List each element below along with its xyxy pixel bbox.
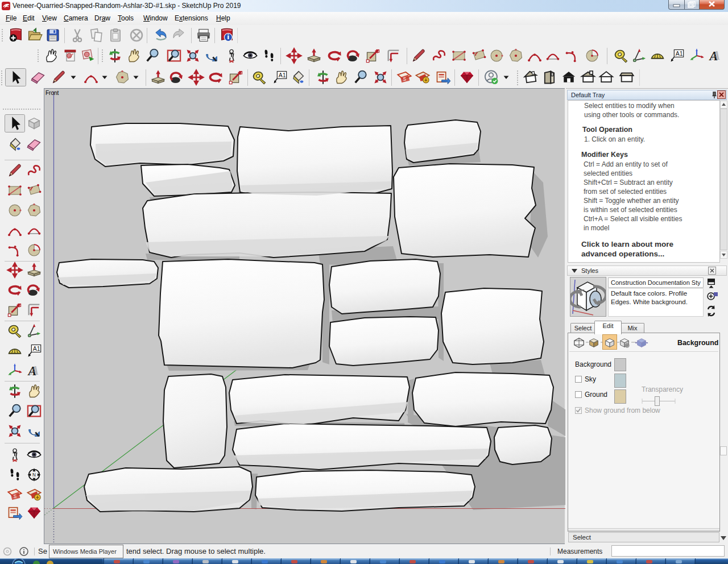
- svg-text:Background: Background: [575, 360, 611, 368]
- svg-text:Show ground from below: Show ground from below: [585, 407, 660, 414]
- svg-text:Transparency: Transparency: [642, 385, 683, 393]
- svg-text:Sky: Sky: [585, 375, 596, 383]
- svg-text:Ground: Ground: [585, 391, 607, 399]
- svg-text:Background: Background: [677, 339, 718, 347]
